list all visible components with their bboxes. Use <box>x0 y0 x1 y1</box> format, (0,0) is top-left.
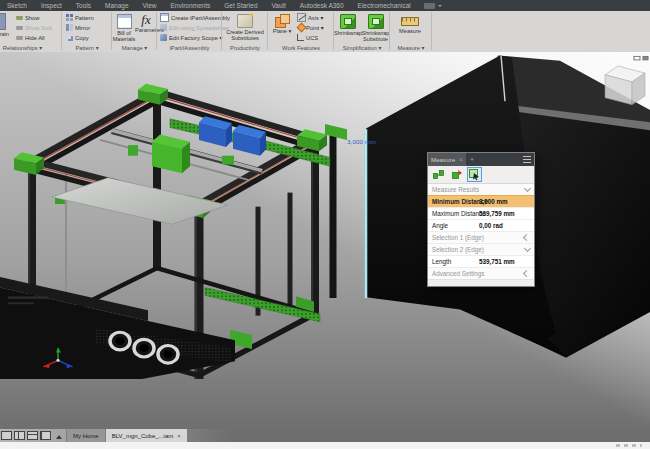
menu-inspect[interactable]: Inspect <box>34 0 69 11</box>
bill-of-materials-button[interactable]: Bill of Materials <box>112 12 136 42</box>
chevron-left-icon <box>523 234 530 241</box>
menu-view[interactable]: View <box>136 0 164 11</box>
measure-ruler-icon <box>401 17 419 26</box>
group-separator <box>431 12 432 50</box>
menu-tools[interactable]: Tools <box>69 0 98 11</box>
show-sick-icon <box>16 24 23 31</box>
view-cube[interactable] <box>605 66 645 105</box>
chevron-down-icon <box>524 185 531 192</box>
advanced-settings-header[interactable]: Advanced Settings <box>428 267 534 279</box>
edit-spreadsheet-icon <box>160 24 167 31</box>
maximum-distance-row[interactable]: Maximum Distance 539,759 mm <box>428 207 534 219</box>
edit-factory-scope-button[interactable]: Edit Factory Scope ▾ <box>160 33 223 42</box>
expand-up-icon[interactable] <box>56 432 62 439</box>
status-bar <box>0 442 650 449</box>
clean-screen-icon[interactable] <box>1 431 12 440</box>
shrinkwrap-button[interactable]: Shrinkwrap <box>334 12 361 36</box>
menu-environments[interactable]: Environments <box>164 0 218 11</box>
menu-get-started[interactable]: Get Started <box>217 0 264 11</box>
ribbon-group-ipart: Create iPart/iAssembly Edit using Spread… <box>157 11 222 52</box>
measure-panel-close-icon[interactable]: × <box>459 156 463 163</box>
split-vertical-icon[interactable] <box>14 431 25 440</box>
ucs-button[interactable]: UCS <box>297 33 318 42</box>
point-button[interactable]: Point ▾ <box>297 23 324 32</box>
viewport-3d[interactable]: 3,000 mm <box>0 52 650 429</box>
minimum-distance-value: 3,000 mm <box>479 198 508 205</box>
group-label-work-features[interactable]: Work Features <box>268 45 334 51</box>
parameters-button[interactable]: fx Parameters <box>135 12 157 33</box>
show-button[interactable]: Show <box>16 13 40 22</box>
maximum-distance-value: 539,759 mm <box>479 210 515 217</box>
point-icon <box>297 23 307 33</box>
measure-results-header[interactable]: Measure Results <box>428 184 534 195</box>
shrinkwrap-substitute-icon <box>368 14 384 29</box>
group-label-productivity[interactable]: Productivity <box>222 45 268 51</box>
tab-document[interactable]: BLV_mgn_Cube_...iam × <box>106 429 188 442</box>
copy-icon <box>66 34 73 41</box>
show-icon <box>16 14 23 21</box>
measure-distance-tool[interactable] <box>431 167 446 182</box>
menu-electromechanical[interactable]: Electromechanical <box>351 0 418 11</box>
ribbon-group-pattern: Pattern Mirror Copy Pattern ▾ <box>62 11 112 52</box>
screen-capture-icon[interactable] <box>424 3 435 9</box>
measure-button[interactable]: Measure <box>394 12 426 34</box>
edit-spreadsheet-button[interactable]: Edit using Spreadsheet <box>160 23 229 32</box>
minimum-distance-row[interactable]: Minimum Distance 3,000 mm <box>428 195 534 207</box>
show-sick-button[interactable]: Show Sick <box>16 23 52 32</box>
menu-sketch[interactable]: Sketch <box>0 0 34 11</box>
measure-panel-add-tab-icon[interactable]: + <box>466 153 478 166</box>
group-label-simplification[interactable]: Simplification ▾ <box>334 45 390 51</box>
menu-vault[interactable]: Vault <box>265 0 293 11</box>
measure-angle-tool[interactable] <box>449 167 464 182</box>
angle-row[interactable]: Angle 0,00 rad <box>428 219 534 231</box>
measure-panel: Measure × + Measure Results Minimum Dist… <box>427 152 535 287</box>
copy-button[interactable]: Copy <box>66 33 89 42</box>
group-label-manage[interactable]: Manage ▾ <box>112 45 157 51</box>
create-derived-substitutes-button[interactable]: Create Derived Substitutes <box>226 12 264 41</box>
menu-autodesk-a360[interactable]: Autodesk A360 <box>293 0 351 11</box>
pattern-button[interactable]: Pattern <box>66 13 94 22</box>
measure-select-tool[interactable] <box>467 167 482 182</box>
ribbon-group-productivity: Create Derived Substitutes Productivity <box>222 11 268 52</box>
arrange-windows-icon[interactable] <box>40 431 51 440</box>
group-label-relationships[interactable]: Relationships ▾ <box>0 45 62 51</box>
measure-panel-footer <box>428 279 534 286</box>
shrinkwrap-substitute-button[interactable]: Shrinkwrap Substitute <box>361 12 390 42</box>
menu-manage[interactable]: Manage <box>98 0 136 11</box>
measure-panel-tab[interactable]: Measure × <box>428 153 466 166</box>
group-label-pattern[interactable]: Pattern ▾ <box>62 45 112 51</box>
group-label-ipart[interactable]: iPart/iAssembly <box>157 45 222 51</box>
bill-of-materials-icon <box>117 14 132 29</box>
hide-all-button[interactable]: Hide All <box>16 33 45 42</box>
ucs-icon <box>297 34 304 41</box>
measure-tool-row <box>428 166 534 184</box>
shrinkwrap-icon <box>340 14 356 29</box>
length-value: 539,751 mm <box>479 258 515 265</box>
derived-substitutes-icon <box>237 14 253 28</box>
selection2-header[interactable]: Selection 2 (Edge) <box>428 243 534 255</box>
pattern-icon <box>66 14 73 21</box>
ribbon: Constrain Show Show Sick Hide All Relati… <box>0 11 650 53</box>
mirror-icon <box>66 24 73 31</box>
menu-bar: Sketch Inspect Tools Manage View Environ… <box>0 0 650 11</box>
chevron-down-icon <box>524 245 531 252</box>
status-marks <box>616 444 642 447</box>
length-row[interactable]: Length 539,751 mm <box>428 255 534 267</box>
selection1-header[interactable]: Selection 1 (Edge) <box>428 231 534 243</box>
ribbon-group-work-features: Plane ▾ Axis ▾ Point ▾ UCS Work Features <box>268 11 334 52</box>
measure-panel-menu-icon[interactable] <box>523 156 531 163</box>
axis-button[interactable]: Axis ▾ <box>297 13 323 22</box>
ribbon-group-relationships: Constrain Show Show Sick Hide All Relati… <box>0 11 62 52</box>
create-ipart-button[interactable]: Create iPart/iAssembly <box>160 13 230 22</box>
constrain-button[interactable]: Constrain <box>0 12 11 37</box>
create-ipart-icon <box>160 13 169 22</box>
plane-button[interactable]: Plane ▾ <box>270 12 294 34</box>
ribbon-group-manage: Bill of Materials fx Parameters Manage ▾ <box>112 11 157 52</box>
tab-my-home[interactable]: My Home <box>66 429 106 442</box>
tab-close-icon[interactable]: × <box>177 433 181 439</box>
group-label-measure[interactable]: Measure ▾ <box>390 45 432 51</box>
measure-panel-header: Measure × + <box>428 153 534 166</box>
ribbon-group-simplification: Shrinkwrap Shrinkwrap Substitute Simplif… <box>334 11 390 52</box>
mirror-button[interactable]: Mirror <box>66 23 90 32</box>
split-horizontal-icon[interactable] <box>27 431 38 440</box>
